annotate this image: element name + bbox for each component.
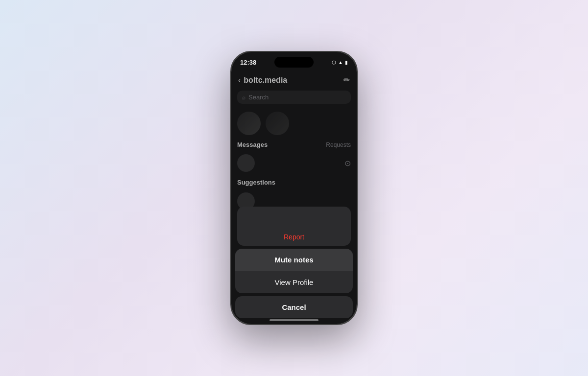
action-sheet: Mute notes View Profile Cancel [231,249,357,324]
screen: 12:38 ⬡ ▲ ▮ ‹ boltc.media ✏ ⌕ Search [231,52,357,324]
report-button[interactable]: Report [284,233,304,241]
wifi-icon: ▲ [338,60,343,65]
action-group: Mute notes View Profile [235,249,353,293]
status-icons: ⬡ ▲ ▮ [332,60,348,65]
view-profile-button[interactable]: View Profile [235,271,353,293]
mute-notes-button[interactable]: Mute notes [235,249,353,271]
bluetooth-icon: ⬡ [332,60,336,65]
home-indicator [270,319,318,321]
battery-icon: ▮ [345,60,348,65]
phone-frame: 12:38 ⬡ ▲ ▮ ‹ boltc.media ✏ ⌕ Search [230,51,358,325]
status-time: 12:38 [240,59,256,66]
dynamic-island [274,57,314,68]
cancel-group: Cancel [235,296,353,318]
cancel-button[interactable]: Cancel [235,296,353,318]
context-card: Report [237,207,351,246]
